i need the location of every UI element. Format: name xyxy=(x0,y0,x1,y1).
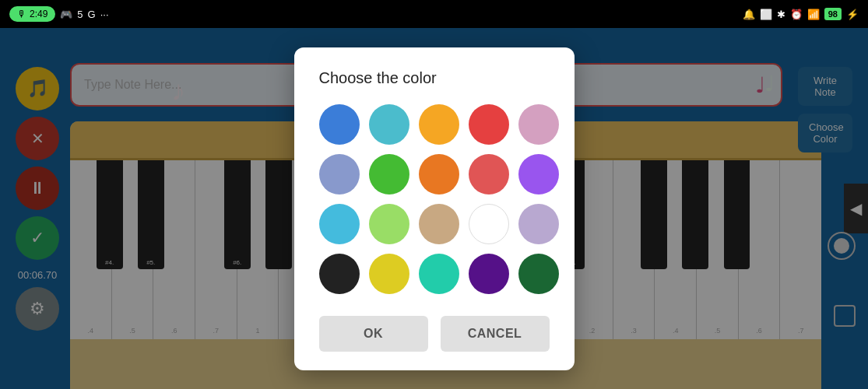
color-swatch-black[interactable] xyxy=(319,254,360,294)
bell-icon: 🔔 xyxy=(743,9,755,20)
color-swatch-blue[interactable] xyxy=(319,104,360,145)
charging-icon: ⚡ xyxy=(846,9,859,20)
color-swatch-sky[interactable] xyxy=(319,204,360,244)
color-swatch-lime[interactable] xyxy=(369,204,409,244)
color-swatch-dark-green[interactable] xyxy=(518,254,559,294)
color-swatch-light-blue[interactable] xyxy=(319,154,360,194)
status-bar: 🎙 2:49 🎮 5 G ··· 🔔 ⬜ ✱ ⏰ 📶 98 ⚡ xyxy=(0,0,868,28)
color-swatch-white[interactable] xyxy=(469,204,509,244)
color-swatch-red[interactable] xyxy=(469,104,509,145)
color-swatch-orange[interactable] xyxy=(419,104,459,145)
color-grid xyxy=(319,104,550,294)
status-time: 2:49 xyxy=(30,9,47,19)
battery-indicator: 98 xyxy=(824,8,842,20)
signal-icon: 📶 xyxy=(807,9,820,20)
mic-pill: 🎙 2:49 xyxy=(9,6,55,22)
ellipsis-icon: ··· xyxy=(100,9,109,20)
color-swatch-dark-orange[interactable] xyxy=(419,154,459,194)
color-swatch-yellow[interactable] xyxy=(369,254,409,294)
color-dialog: Choose the color xyxy=(294,47,575,370)
ok-button[interactable]: OK xyxy=(319,316,428,352)
mic-icon: 🎙 xyxy=(17,9,26,19)
color-swatch-purple[interactable] xyxy=(518,154,559,194)
screen-icon: ⬜ xyxy=(760,9,772,20)
color-swatch-pink[interactable] xyxy=(518,104,559,145)
color-swatch-cyan[interactable] xyxy=(419,254,459,294)
dialog-title: Choose the color xyxy=(319,69,550,87)
status-icons-right: 🔔 ⬜ ✱ ⏰ 📶 98 ⚡ xyxy=(743,8,859,20)
g-icon: G xyxy=(88,9,96,20)
color-swatch-tan[interactable] xyxy=(419,204,459,244)
modal-backdrop[interactable]: Choose the color xyxy=(0,28,868,389)
cancel-button[interactable]: CANCEL xyxy=(441,316,550,352)
color-swatch-green[interactable] xyxy=(369,154,409,194)
color-swatch-coral[interactable] xyxy=(469,154,509,194)
sim-icon: 5 xyxy=(77,9,83,20)
color-swatch-dark-purple[interactable] xyxy=(469,254,509,294)
dialog-buttons: OK CANCEL xyxy=(319,316,550,352)
status-left: 🎙 2:49 🎮 5 G ··· xyxy=(9,6,109,22)
color-swatch-teal[interactable] xyxy=(369,104,409,145)
game-icon: 🎮 xyxy=(60,9,72,20)
bluetooth-icon: ✱ xyxy=(777,9,785,20)
clock-icon: ⏰ xyxy=(790,9,803,20)
color-swatch-lavender[interactable] xyxy=(518,204,559,244)
